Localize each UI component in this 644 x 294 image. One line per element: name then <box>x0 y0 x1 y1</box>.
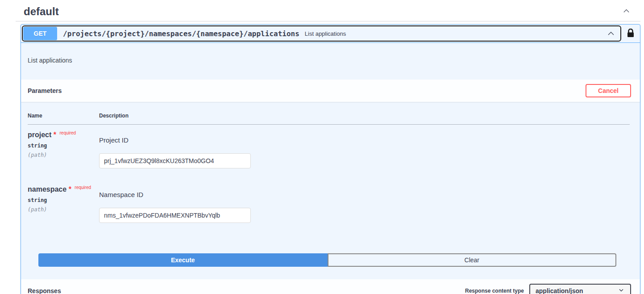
operation-description: List applications <box>21 43 640 80</box>
column-header-description: Description <box>99 108 630 125</box>
parameters-section-header: Parameters Cancel <box>21 80 640 102</box>
execute-button[interactable]: Execute <box>38 253 328 267</box>
operation-summary-text: List applications <box>305 30 346 37</box>
parameter-type: string <box>28 143 99 149</box>
parameter-description: Project ID <box>99 136 630 144</box>
parameter-location: (path) <box>28 152 99 158</box>
parameters-table: Name Description project * required stri… <box>28 108 630 234</box>
cancel-button[interactable]: Cancel <box>586 84 631 97</box>
chevron-up-icon <box>607 29 615 38</box>
parameter-description-cell: Project ID <box>99 125 630 180</box>
parameter-row-namespace: namespace * required string (path) Names… <box>28 179 630 234</box>
authorize-lock-button[interactable] <box>627 29 634 39</box>
required-asterisk: * <box>54 131 56 139</box>
column-header-name: Name <box>28 108 99 125</box>
lock-icon <box>627 29 634 39</box>
operation-path: /projects/{project}/namespaces/{namespac… <box>63 29 299 38</box>
parameters-table-container: Name Description project * required stri… <box>21 102 640 267</box>
operation-block-get: GET /projects/{project}/namespaces/{name… <box>21 24 640 294</box>
parameters-title: Parameters <box>28 87 586 94</box>
project-id-input[interactable] <box>99 153 251 168</box>
parameter-location: (path) <box>28 206 99 213</box>
parameter-description: Namespace ID <box>99 191 630 198</box>
chevron-up-icon <box>622 7 631 17</box>
parameter-description-cell: Namespace ID <box>99 179 630 234</box>
response-content-type-value: application/json <box>536 287 583 294</box>
responses-section-header: Responses Response content type applicat… <box>21 279 640 294</box>
required-label: required <box>59 130 76 135</box>
parameter-name: project <box>28 131 51 139</box>
required-label: required <box>75 185 91 190</box>
required-asterisk: * <box>69 185 71 193</box>
tag-section-header[interactable]: default <box>16 0 640 21</box>
response-content-type-group: Response content type application/json <box>465 284 631 294</box>
parameter-name-cell: project * required string (path) <box>28 125 99 180</box>
chevron-down-icon <box>618 286 625 294</box>
execute-button-group: Execute Clear <box>38 253 616 267</box>
parameter-name: namespace <box>28 185 66 193</box>
parameter-type: string <box>28 197 99 203</box>
parameter-name-cell: namespace * required string (path) <box>28 179 99 234</box>
response-content-type-label: Response content type <box>465 288 524 294</box>
namespace-id-input[interactable] <box>99 208 251 223</box>
parameter-row-project: project * required string (path) Project… <box>28 125 630 180</box>
http-method-badge: GET <box>23 27 57 40</box>
swagger-ui-page: default GET /projects/{project}/namespac… <box>0 0 644 294</box>
tag-collapse-button[interactable] <box>621 6 632 17</box>
response-content-type-select[interactable]: application/json <box>529 284 631 294</box>
responses-title: Responses <box>28 287 465 294</box>
tag-title: default <box>24 5 59 18</box>
operation-summary-control[interactable]: GET /projects/{project}/namespaces/{name… <box>22 25 621 42</box>
operation-summary-row: GET /projects/{project}/namespaces/{name… <box>21 25 640 43</box>
clear-button[interactable]: Clear <box>328 253 617 267</box>
